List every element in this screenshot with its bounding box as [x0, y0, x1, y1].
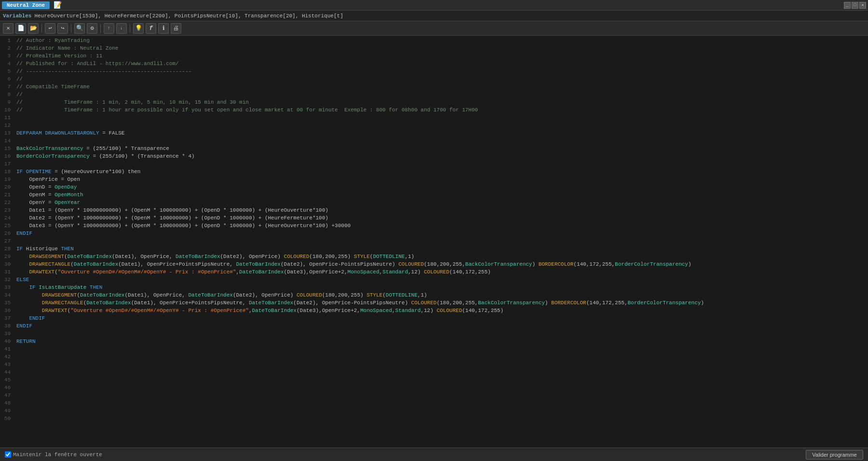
code-area[interactable]: 1// Author : RyanTrading2// Indicator Na… — [0, 36, 868, 447]
line-number: 6 — [0, 75, 14, 83]
maximize-btn[interactable]: □ — [852, 2, 858, 9]
new-tool-btn[interactable]: 📄 — [15, 23, 26, 34]
code-line: 49 — [0, 407, 868, 415]
line-number: 42 — [0, 353, 14, 361]
line-content — [14, 392, 20, 399]
lightbulb-tool-btn[interactable]: 💡 — [133, 23, 144, 34]
line-number: 26 — [0, 230, 14, 237]
line-content: DRAWTEXT("Ouverture #OpenD#/#OpenM#/#Ope… — [14, 307, 503, 314]
code-line: 23 Date1 = (OpenY * 10000000000) + (Open… — [0, 206, 868, 214]
line-number: 47 — [0, 392, 14, 399]
code-line: 5// ------------------------------------… — [0, 68, 868, 75]
line-content: // Published for : AndLil - https://www.… — [14, 60, 179, 68]
code-line: 41 — [0, 345, 868, 353]
code-line: 13DEFPARAM DRAWONLASTBARONLY = FALSE — [0, 129, 868, 137]
open-tool-btn[interactable]: 📂 — [28, 23, 39, 34]
code-line: 37 ENDIF — [0, 314, 868, 322]
minimize-btn[interactable]: _ — [844, 2, 851, 9]
line-number: 40 — [0, 338, 14, 345]
line-number: 5 — [0, 68, 14, 75]
line-number: 48 — [0, 399, 14, 407]
line-content: DRAWSEGMENT(DateToBarIndex(Date1), OpenP… — [14, 253, 414, 260]
code-line: 15BackColorTransparency = (255/100) * Tr… — [0, 145, 868, 152]
title-tab[interactable]: Neutral Zone — [2, 1, 50, 9]
line-number: 31 — [0, 268, 14, 276]
keep-open-label: Maintenir la fenêtre ouverte — [13, 452, 102, 458]
print-tool-btn[interactable]: 🖨 — [171, 23, 181, 34]
line-content — [14, 353, 20, 361]
code-line: 26ENDIF — [0, 230, 868, 237]
code-line: 4// Published for : AndLil - https://www… — [0, 60, 868, 68]
variables-bar: Variables HeureOuverture[1530], HeureFer… — [0, 11, 868, 21]
compile-tool-btn[interactable]: ⚙ — [87, 23, 97, 34]
line-number: 17 — [0, 160, 14, 168]
redo-tool-btn[interactable]: ↪ — [57, 23, 68, 34]
close-tool-btn[interactable]: ✕ — [3, 23, 14, 34]
line-content — [14, 137, 20, 145]
code-line: 50 — [0, 415, 868, 422]
code-line: 36 DRAWTEXT("Ouverture #OpenD#/#OpenM#/#… — [0, 307, 868, 314]
line-number: 29 — [0, 253, 14, 260]
line-content — [14, 114, 20, 122]
code-line: 45 — [0, 376, 868, 384]
keep-open-checkbox[interactable] — [5, 451, 11, 458]
line-number: 33 — [0, 284, 14, 291]
validate-button[interactable]: Valider programme — [806, 450, 863, 460]
title-bar: Neutral Zone 📝 _ □ ✕ — [0, 0, 868, 11]
line-content — [14, 399, 20, 407]
window-controls: _ □ ✕ — [844, 2, 866, 9]
code-line: 48 — [0, 399, 868, 407]
line-number: 11 — [0, 114, 14, 122]
code-line: 32ELSE — [0, 276, 868, 284]
line-number: 35 — [0, 299, 14, 307]
line-content: RETURN — [14, 338, 36, 345]
code-line: 38ENDIF — [0, 322, 868, 330]
line-content — [14, 384, 20, 392]
search-tool-btn[interactable]: 🔍 — [74, 23, 85, 34]
line-content — [14, 237, 20, 245]
code-line: 35 DRAWRECTANGLE(DateToBarIndex(Date1), … — [0, 299, 868, 307]
line-content: OpenM = OpenMonth — [14, 191, 83, 199]
line-number: 7 — [0, 83, 14, 91]
line-number: 34 — [0, 291, 14, 299]
title-icon: 📝 — [54, 1, 62, 9]
line-number: 24 — [0, 214, 14, 222]
code-line: 11 — [0, 114, 868, 122]
variables-label: Variables — [3, 13, 31, 19]
line-number: 39 — [0, 330, 14, 338]
code-line: 29 DRAWSEGMENT(DateToBarIndex(Date1), Op… — [0, 253, 868, 260]
line-number: 28 — [0, 245, 14, 253]
line-content — [14, 122, 20, 129]
line-number: 25 — [0, 222, 14, 230]
code-line: 9// TimeFrame : 1 min, 2 min, 5 min, 10 … — [0, 98, 868, 106]
code-line: 27 — [0, 237, 868, 245]
undo-tool-btn[interactable]: ↩ — [45, 23, 55, 34]
line-content: DEFPARAM DRAWONLASTBARONLY = FALSE — [14, 129, 124, 137]
arrow-down-tool-btn[interactable]: ↓ — [116, 23, 127, 34]
line-content: // Author : RyanTrading — [14, 37, 90, 44]
line-content: // — [14, 75, 23, 83]
code-line: 21 OpenM = OpenMonth — [0, 191, 868, 199]
line-number: 50 — [0, 415, 14, 422]
info-tool-btn[interactable]: ℹ — [158, 23, 169, 34]
line-number: 12 — [0, 122, 14, 129]
line-number: 8 — [0, 91, 14, 98]
line-number: 23 — [0, 206, 14, 214]
line-number: 46 — [0, 384, 14, 392]
code-line: 34 DRAWSEGMENT(DateToBarIndex(Date1), Op… — [0, 291, 868, 299]
line-content: DRAWRECTANGLE(DateToBarIndex(Date1), Ope… — [14, 299, 704, 307]
line-content: OpenPrice = Open — [14, 176, 80, 183]
code-line: 6// — [0, 75, 868, 83]
code-line: 19 OpenPrice = Open — [0, 176, 868, 183]
line-content: // ProRealTime Version : 11 — [14, 52, 102, 60]
line-content: Date2 = (OpenY * 10000000000) + (OpenM *… — [14, 214, 328, 222]
line-number: 16 — [0, 152, 14, 160]
code-line: 24 Date2 = (OpenY * 10000000000) + (Open… — [0, 214, 868, 222]
line-content: Date1 = (OpenY * 10000000000) + (OpenM *… — [14, 206, 328, 214]
code-line: 1// Author : RyanTrading — [0, 37, 868, 44]
code-line: 42 — [0, 353, 868, 361]
function-tool-btn[interactable]: f — [146, 23, 156, 34]
close-window-btn[interactable]: ✕ — [859, 2, 866, 9]
code-line: 43 — [0, 361, 868, 368]
arrow-up-tool-btn[interactable]: ↑ — [104, 23, 114, 34]
